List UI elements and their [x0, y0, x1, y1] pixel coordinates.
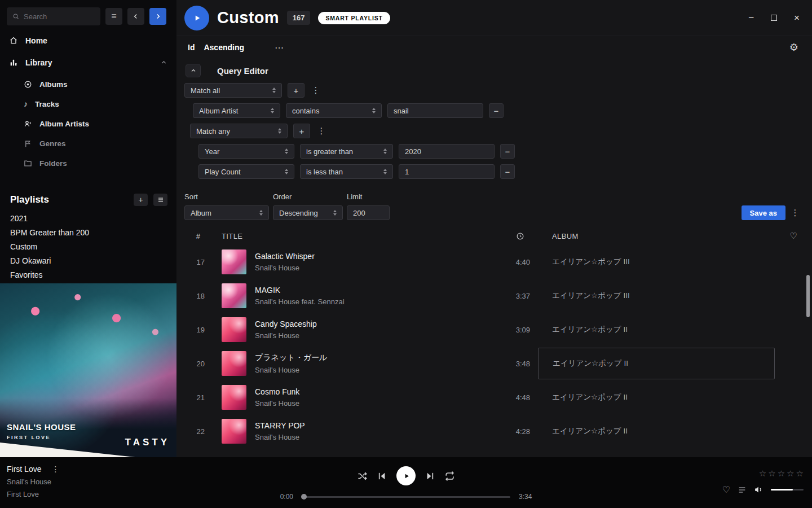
- remove-rule-button[interactable]: −: [489, 103, 504, 118]
- sidebar-item-albums[interactable]: Albums: [0, 75, 176, 94]
- track-album[interactable]: エイリアン☆ポップ II: [538, 314, 775, 345]
- rule-operator-select[interactable]: is greater than: [300, 144, 393, 159]
- star-icon[interactable]: ☆: [759, 468, 766, 479]
- playlist-item[interactable]: 2021: [0, 212, 176, 226]
- track-row[interactable]: 22 STARRY POP Snail's House 4:28 エイリアン☆ポ…: [176, 414, 812, 448]
- repeat-button[interactable]: [444, 471, 455, 481]
- sidebar-item-label: Album Artists: [39, 120, 89, 128]
- rule-value-input[interactable]: [399, 164, 495, 179]
- group-menu-button[interactable]: ⋮: [316, 124, 327, 138]
- sidebar-item-album-artists[interactable]: Album Artists: [0, 114, 176, 134]
- rule-value-input[interactable]: [387, 103, 483, 118]
- now-playing-album-art[interactable]: SNAIL'S HOUSE FIRST LOVE TASTY: [0, 283, 176, 457]
- sidebar-item-library[interactable]: Library: [0, 51, 176, 73]
- sidebar: ≡ Home Library Albums ♪ Tracks Album: [0, 0, 176, 457]
- rule-field-select[interactable]: Year: [198, 144, 294, 159]
- sidebar-item-tracks[interactable]: ♪ Tracks: [0, 94, 176, 114]
- sidebar-item-label: Albums: [39, 80, 68, 89]
- nav-back-button[interactable]: [127, 8, 144, 25]
- volume-icon[interactable]: [754, 485, 764, 494]
- next-button[interactable]: [425, 471, 435, 481]
- previous-button[interactable]: [377, 471, 387, 481]
- track-row[interactable]: 19 Candy Spaceship Snail's House 3:09 エイ…: [176, 313, 812, 347]
- sidebar-item-home[interactable]: Home: [0, 30, 176, 51]
- chevron-up-icon[interactable]: [160, 59, 167, 66]
- nav-forward-button[interactable]: [149, 8, 166, 25]
- add-rule-button[interactable]: +: [293, 124, 310, 138]
- playlist-item[interactable]: Custom: [0, 240, 176, 254]
- volume-slider[interactable]: [771, 489, 804, 491]
- sort-field-button[interactable]: Id: [188, 43, 195, 52]
- track-album[interactable]: エイリアン☆ポップ II: [538, 415, 775, 447]
- play-icon: [192, 13, 202, 23]
- track-album-focused[interactable]: エイリアン☆ポップ II: [538, 348, 775, 379]
- add-playlist-button[interactable]: +: [134, 194, 148, 206]
- sidebar-item-genres[interactable]: Genres: [0, 134, 176, 154]
- shuffle-button[interactable]: [357, 471, 368, 481]
- add-rule-button[interactable]: +: [288, 83, 304, 98]
- track-row[interactable]: 17 Galactic Whisper Snail's House 4:40 エ…: [176, 245, 812, 279]
- select-arrows-icon: [372, 108, 376, 113]
- play-pause-button[interactable]: [396, 466, 416, 485]
- save-as-button[interactable]: Save as: [742, 205, 785, 220]
- remove-rule-button[interactable]: −: [500, 164, 515, 179]
- sort-direction-button[interactable]: Ascending: [204, 43, 244, 52]
- playlist-item[interactable]: DJ Okawari: [0, 254, 176, 268]
- sidebar-item-label: Home: [25, 36, 47, 45]
- limit-input[interactable]: [347, 205, 390, 220]
- query-menu-button[interactable]: ⋮: [789, 205, 801, 220]
- album-art-thumbnail: [222, 419, 246, 444]
- match-mode-select[interactable]: Match any: [190, 124, 288, 138]
- match-mode-select[interactable]: Match all: [184, 83, 282, 98]
- track-album[interactable]: エイリアン☆ポップ II: [538, 382, 775, 413]
- star-icon[interactable]: ☆: [768, 468, 775, 479]
- sidebar-item-folders[interactable]: Folders: [0, 154, 176, 173]
- select-arrows-icon: [383, 169, 387, 174]
- scrollbar-thumb[interactable]: [806, 275, 810, 317]
- order-select[interactable]: Descending: [273, 205, 343, 220]
- playlist-item[interactable]: BPM Greater than 200: [0, 226, 176, 240]
- search-input[interactable]: [24, 12, 95, 21]
- column-album[interactable]: ALBUM: [538, 232, 775, 240]
- star-icon[interactable]: ☆: [787, 468, 794, 479]
- track-row[interactable]: 20 プラネット・ガール Snail's House 3:48 エイリアン☆ポッ…: [176, 347, 812, 380]
- sort-select[interactable]: Album: [184, 205, 269, 220]
- collapse-query-editor-button[interactable]: [186, 64, 201, 77]
- track-menu-button[interactable]: ⋮: [51, 465, 59, 474]
- playlist-list-button[interactable]: [153, 194, 167, 206]
- search-box[interactable]: [7, 7, 100, 25]
- track-title: Cosmo Funk: [255, 387, 487, 396]
- group-menu-button[interactable]: ⋮: [310, 83, 321, 98]
- favorite-heart-button[interactable]: ♡: [722, 484, 730, 495]
- progress-row: 0:00 3:34: [274, 493, 538, 501]
- column-favorite[interactable]: ♡: [775, 231, 797, 241]
- track-row[interactable]: 18 MAGIK Snail's House feat. Sennzai 3:3…: [176, 279, 812, 313]
- settings-gear-icon[interactable]: ⚙: [789, 41, 798, 54]
- column-duration[interactable]: [487, 232, 538, 240]
- menu-button[interactable]: ≡: [105, 8, 122, 25]
- playlist-item[interactable]: Favorites: [0, 268, 176, 282]
- column-title[interactable]: TITLE: [205, 232, 487, 240]
- rule-operator-select[interactable]: is less than: [300, 164, 393, 179]
- column-number[interactable]: #: [176, 232, 205, 240]
- track-row[interactable]: 21 Cosmo Funk Snail's House 4:48 エイリアン☆ポ…: [176, 380, 812, 414]
- track-album[interactable]: エイリアン☆ポップ III: [538, 280, 775, 312]
- rule-value-input[interactable]: [399, 144, 495, 159]
- rule-operator-select[interactable]: contains: [286, 103, 382, 118]
- play-playlist-button[interactable]: [184, 6, 209, 30]
- track-album[interactable]: エイリアン☆ポップ III: [538, 246, 775, 278]
- maximize-button[interactable]: [771, 15, 777, 21]
- seek-bar[interactable]: [302, 496, 510, 498]
- star-icon[interactable]: ☆: [778, 468, 785, 479]
- rule-field-select[interactable]: Album Artist: [193, 103, 280, 118]
- minimize-button[interactable]: −: [748, 13, 754, 23]
- seek-handle[interactable]: [301, 494, 307, 500]
- remove-rule-button[interactable]: −: [500, 144, 515, 159]
- sidebar-item-label: Library: [25, 58, 52, 67]
- queue-icon[interactable]: [738, 485, 747, 494]
- close-button[interactable]: ×: [794, 13, 800, 23]
- sidebar-item-label: Genres: [39, 139, 66, 148]
- rule-field-select[interactable]: Play Count: [198, 164, 294, 179]
- star-icon[interactable]: ☆: [796, 468, 804, 479]
- more-options-button[interactable]: ⋯: [275, 42, 284, 53]
